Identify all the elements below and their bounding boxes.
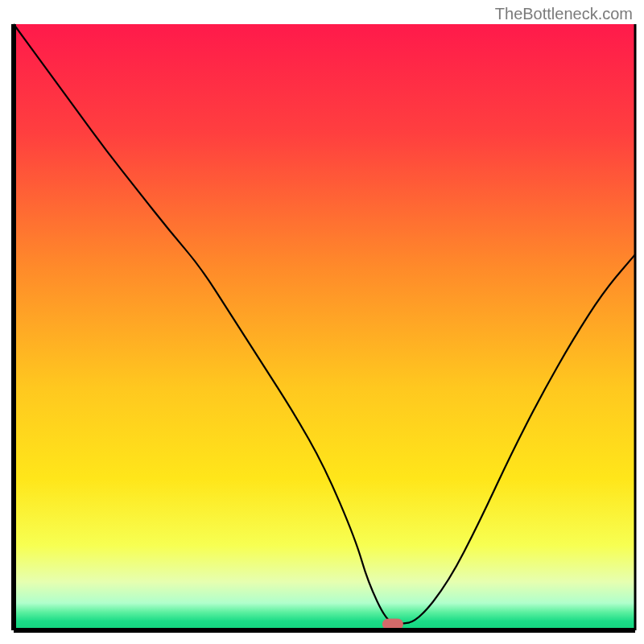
- bottleneck-chart: TheBottleneck.com: [0, 0, 644, 644]
- chart-svg: [0, 0, 644, 644]
- watermark-text: TheBottleneck.com: [495, 5, 633, 23]
- gradient-background: [14, 24, 635, 630]
